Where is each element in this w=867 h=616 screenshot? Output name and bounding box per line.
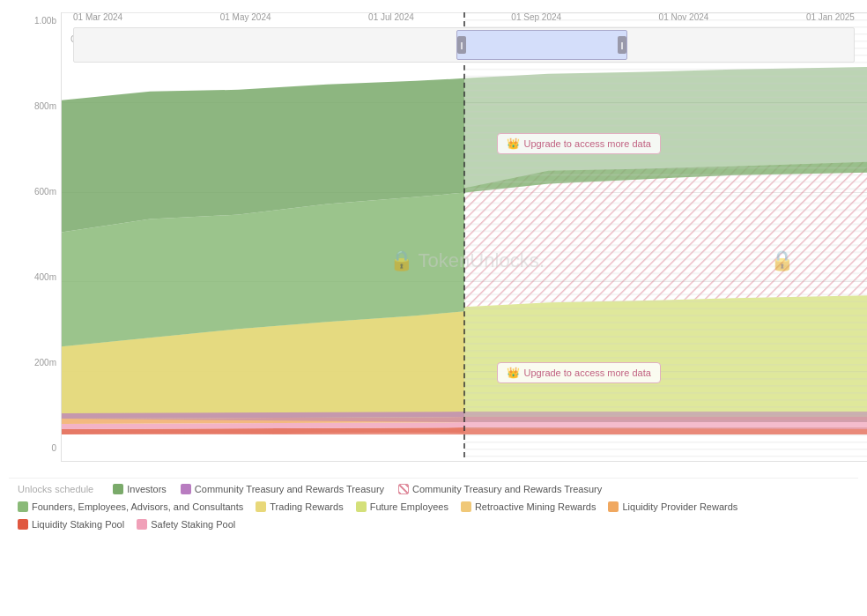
community-treasury-swatch (181, 484, 191, 494)
legend-liquidity-staking: Liquidity Staking Pool (18, 519, 124, 530)
founders-swatch (18, 501, 28, 512)
legend-community-treasury-hatched: Community Treasury and Rewards Treasury (398, 484, 602, 494)
liquidity-staking-label: Liquidity Staking Pool (32, 519, 124, 530)
svg-rect-2 (464, 12, 867, 461)
safety-staking-label: Safety Staking Pool (151, 519, 235, 530)
community-treasury-hatched-label: Community Treasury and Rewards Treasury (412, 484, 602, 494)
legend-founders: Founders, Employees, Advisors, and Consu… (18, 501, 243, 512)
liquidity-staking-swatch (18, 519, 28, 530)
liquidity-provider-label: Liquidity Provider Rewards (622, 501, 737, 512)
retroactive-label: Retroactive Mining Rewards (475, 501, 597, 512)
legend-section: Unlocks schedule Investors Community Tre… (9, 478, 858, 535)
y-label-200m: 200m (34, 359, 56, 367)
legend-future-employees: Future Employees (356, 501, 448, 512)
y-label-800m: 800m (34, 102, 56, 111)
scrollbar-thumb[interactable]: ‖ ‖ (456, 30, 628, 60)
trading-rewards-label: Trading Rewards (270, 501, 343, 512)
founders-label: Founders, Employees, Advisors, and Consu… (32, 501, 243, 512)
legend-community-treasury: Community Treasury and Rewards Treasury (181, 484, 384, 494)
trading-rewards-swatch (256, 501, 266, 512)
y-axis: 1.00b 800m 600m 400m 200m 0 (21, 12, 61, 453)
legend-investors: Investors (113, 484, 167, 494)
scrollbar-handle-right[interactable]: ‖ (618, 36, 626, 54)
chart-container: 1.00b 800m 600m 400m 200m 0 Chart in UTC… (0, 0, 867, 616)
legend-liquidity-provider: Liquidity Provider Rewards (608, 501, 737, 512)
y-label-1b: 1.00b (34, 17, 56, 26)
svg-text:🔒: 🔒 (770, 249, 795, 272)
y-label-400m: 400m (34, 273, 56, 282)
legend-retroactive: Retroactive Mining Rewards (461, 501, 597, 512)
investors-label: Investors (127, 484, 167, 494)
scrollbar[interactable]: ‖ ‖ (73, 27, 855, 63)
investors-swatch (113, 484, 123, 494)
future-employees-label: Future Employees (370, 501, 448, 512)
chart-plot-area: Chart in UTC + 00:00 Time (61, 12, 867, 462)
future-employees-swatch (356, 501, 367, 512)
safety-staking-swatch (137, 519, 147, 530)
stacked-area-svg: 🔒 TokenUnlocks. 🔒 Today (62, 12, 867, 461)
unlock-label: Unlocks schedule (18, 484, 93, 494)
y-label-600m: 600m (34, 188, 56, 197)
svg-text:🔒 TokenUnlocks.: 🔒 TokenUnlocks. (389, 249, 545, 272)
legend-safety-staking: Safety Staking Pool (137, 519, 235, 530)
community-treasury-label: Community Treasury and Rewards Treasury (195, 484, 384, 494)
scrollbar-handle-left[interactable]: ‖ (457, 36, 466, 54)
retroactive-swatch (461, 501, 471, 512)
legend-trading-rewards: Trading Rewards (256, 501, 343, 512)
y-label-0: 0 (51, 444, 56, 453)
community-treasury-hatched-swatch (398, 484, 409, 494)
chart-area: 1.00b 800m 600m 400m 200m 0 Chart in UTC… (21, 12, 867, 471)
liquidity-provider-swatch (608, 501, 619, 512)
